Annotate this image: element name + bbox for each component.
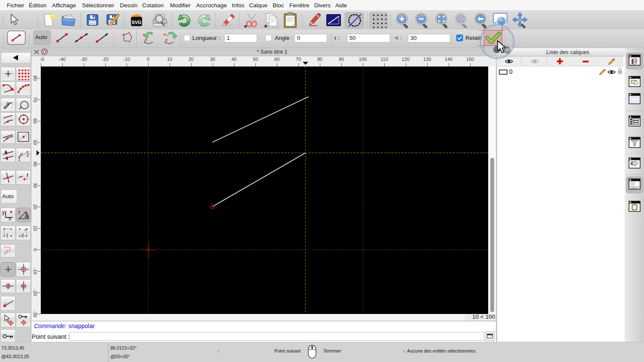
svg-text:a: a [24, 214, 27, 219]
svg-text:2: 2 [21, 233, 24, 238]
svg-text:+: + [24, 228, 26, 232]
svg-text:1: 1 [18, 157, 21, 161]
svg-text:1: 1 [6, 233, 9, 238]
svg-text:2: 2 [27, 153, 29, 157]
svg-text:r: r [18, 209, 20, 215]
svg-text:x: x [9, 216, 11, 221]
svg-text:SVG: SVG [131, 20, 141, 25]
svg-text:y: y [2, 209, 5, 215]
svg-text:command: command [631, 187, 637, 189]
